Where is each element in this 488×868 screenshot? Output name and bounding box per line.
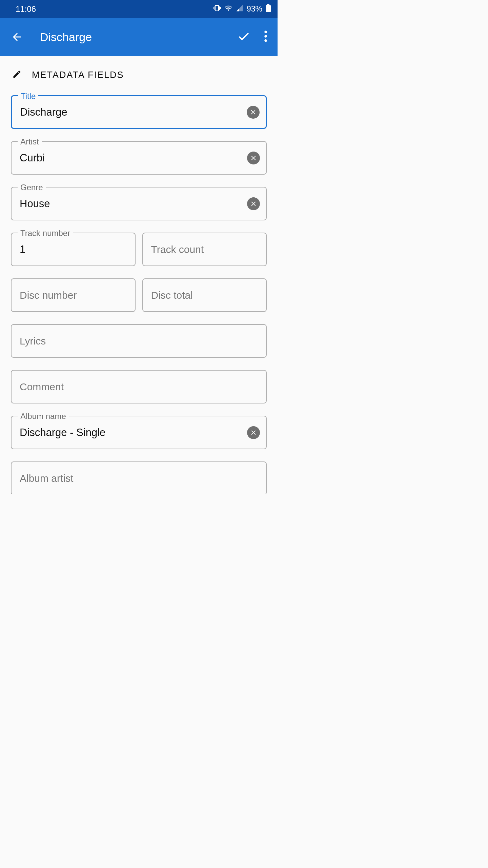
back-button[interactable] [11, 31, 26, 43]
status-bar: 11:06 93% [0, 0, 278, 18]
comment-input[interactable] [20, 371, 260, 403]
track-count-input[interactable] [151, 233, 260, 265]
clear-artist-button[interactable] [247, 152, 260, 164]
overflow-menu-button[interactable] [264, 31, 267, 43]
track-count-field[interactable] [142, 233, 267, 266]
battery-percent: 93% [247, 4, 262, 14]
title-input[interactable] [20, 96, 247, 128]
statusbar-time: 11:06 [16, 4, 36, 14]
disc-total-input[interactable] [151, 279, 260, 311]
genre-label: Genre [18, 183, 46, 192]
cellular-icon [236, 4, 243, 14]
svg-point-4 [264, 39, 267, 42]
title-label: Title [18, 92, 38, 101]
album-name-input[interactable] [20, 416, 247, 449]
appbar-actions [237, 29, 267, 44]
clear-genre-button[interactable] [247, 197, 260, 210]
wifi-icon [224, 4, 232, 14]
confirm-button[interactable] [237, 29, 250, 44]
title-field[interactable]: Title [11, 95, 267, 129]
svg-rect-1 [267, 4, 269, 5]
disc-number-input[interactable] [20, 279, 129, 311]
battery-icon [266, 4, 271, 14]
svg-point-3 [264, 35, 267, 37]
clear-album-name-button[interactable] [247, 426, 260, 439]
genre-field[interactable]: Genre [11, 187, 267, 220]
svg-point-2 [264, 31, 267, 33]
track-number-label: Track number [18, 229, 73, 238]
clear-title-button[interactable] [247, 106, 260, 119]
appbar-title: Discharge [40, 31, 237, 44]
lyrics-input[interactable] [20, 325, 260, 357]
track-number-input[interactable] [20, 233, 129, 265]
lyrics-field[interactable] [11, 324, 267, 358]
comment-field[interactable] [11, 370, 267, 403]
disc-total-field[interactable] [142, 278, 267, 312]
album-name-field[interactable]: Album name [11, 416, 267, 449]
content: METADATA FIELDS Title Artist Genre Track… [0, 56, 278, 494]
artist-label: Artist [18, 137, 42, 146]
section-header: METADATA FIELDS [11, 70, 267, 80]
statusbar-right: 93% [213, 4, 271, 14]
section-header-label: METADATA FIELDS [32, 70, 124, 80]
genre-input[interactable] [20, 188, 247, 220]
app-bar: Discharge [0, 18, 278, 56]
album-artist-input[interactable] [20, 462, 260, 494]
album-artist-field[interactable] [11, 461, 267, 494]
pencil-icon [12, 70, 22, 80]
artist-input[interactable] [20, 142, 247, 174]
track-number-field[interactable]: Track number [11, 233, 136, 266]
artist-field[interactable]: Artist [11, 141, 267, 175]
album-name-label: Album name [18, 412, 69, 421]
disc-number-field[interactable] [11, 278, 136, 312]
svg-rect-0 [266, 5, 271, 12]
vibrate-icon [213, 4, 221, 14]
